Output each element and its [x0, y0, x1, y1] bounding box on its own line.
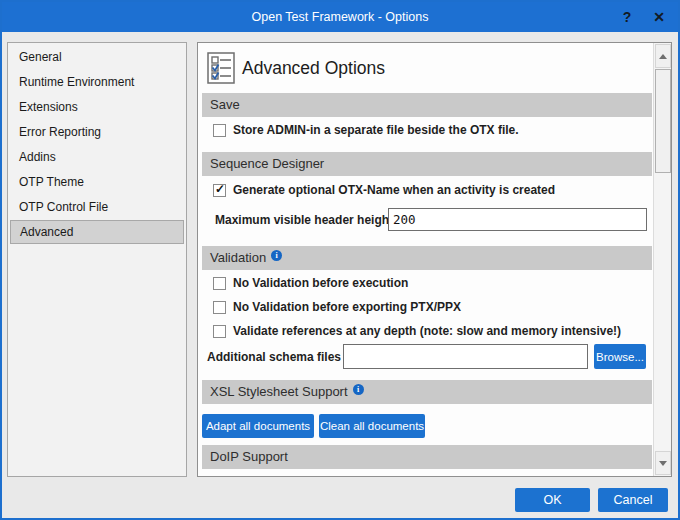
ok-button[interactable]: OK — [515, 488, 590, 512]
page-title: Advanced Options — [242, 58, 385, 79]
page-header: Advanced Options — [207, 51, 385, 85]
additional-schema-label: Additional schema files — [207, 350, 341, 364]
section-header-validation: Validationi — [202, 246, 652, 270]
max-header-height-input[interactable] — [388, 208, 647, 231]
title-bar: Open Test Framework - Options ? ✕ — [2, 2, 678, 32]
generate-otx-name-row: Generate optional OTX-Name when an activ… — [213, 181, 555, 199]
scrollbar-thumb[interactable] — [655, 69, 671, 173]
sidebar-item-error-reporting[interactable]: Error Reporting — [8, 120, 186, 145]
sidebar-item-advanced[interactable]: Advanced — [10, 220, 184, 244]
clean-all-documents-button[interactable]: Clean all documents — [319, 414, 425, 438]
section-save-label: Save — [210, 97, 240, 112]
info-icon[interactable]: i — [353, 384, 364, 395]
cancel-button[interactable]: Cancel — [598, 488, 668, 512]
generate-otx-name-checkbox[interactable] — [213, 184, 226, 197]
additional-schema-row: Additional schema filesi — [207, 344, 360, 369]
no-validation-export-label: No Validation before exporting PTX/PPX — [233, 300, 461, 314]
max-header-height-label: Maximum visible header height: — [215, 213, 397, 227]
advanced-options-panel: Advanced Options Save Store ADMIN-in a s… — [197, 42, 672, 477]
titlebar-controls: ? ✕ — [618, 2, 668, 32]
adapt-all-documents-button[interactable]: Adapt all documents — [202, 414, 314, 438]
no-validation-execution-label: No Validation before execution — [233, 276, 408, 290]
category-sidebar: General Runtime Environment Extensions E… — [7, 42, 187, 477]
generate-otx-name-label: Generate optional OTX-Name when an activ… — [233, 183, 555, 197]
browse-button[interactable]: Browse... — [594, 344, 646, 369]
info-icon[interactable]: i — [271, 250, 282, 261]
section-header-xsl: XSL Stylesheet Supporti — [202, 380, 652, 404]
section-validation-label: Validation — [210, 250, 266, 265]
options-dialog: Open Test Framework - Options ? ✕ Genera… — [0, 0, 680, 520]
store-admin-row: Store ADMIN-in a separate file beside th… — [213, 121, 519, 139]
scroll-up-button[interactable] — [655, 44, 671, 68]
section-header-doip: DoIP Support — [202, 445, 652, 469]
sidebar-item-otp-theme[interactable]: OTP Theme — [8, 170, 186, 195]
sidebar-item-general[interactable]: General — [8, 45, 186, 70]
sidebar-item-addins[interactable]: Addins — [8, 145, 186, 170]
sidebar-item-extensions[interactable]: Extensions — [8, 95, 186, 120]
scroll-down-icon — [659, 461, 667, 466]
section-sequence-designer-label: Sequence Designer — [210, 156, 324, 171]
validate-references-label: Validate references at any depth (note: … — [233, 324, 621, 338]
no-validation-export-row: No Validation before exporting PTX/PPX — [213, 298, 461, 316]
help-icon[interactable]: ? — [618, 9, 636, 25]
additional-schema-input[interactable] — [343, 344, 588, 369]
store-admin-label: Store ADMIN-in a separate file beside th… — [233, 123, 519, 137]
no-validation-export-checkbox[interactable] — [213, 301, 226, 314]
scroll-down-button[interactable] — [655, 451, 671, 475]
no-validation-execution-row: No Validation before execution — [213, 274, 408, 292]
validate-references-checkbox[interactable] — [213, 325, 226, 338]
scroll-up-icon — [659, 54, 667, 59]
vertical-scrollbar[interactable] — [653, 43, 671, 476]
section-header-sequence-designer: Sequence Designer — [202, 152, 652, 176]
sidebar-item-runtime-environment[interactable]: Runtime Environment — [8, 70, 186, 95]
advanced-options-icon — [207, 52, 235, 84]
no-validation-execution-checkbox[interactable] — [213, 277, 226, 290]
max-header-height-row: Maximum visible header height: — [215, 208, 397, 231]
section-header-save: Save — [202, 93, 652, 117]
section-doip-label: DoIP Support — [210, 449, 288, 464]
validate-references-row: Validate references at any depth (note: … — [213, 322, 621, 340]
section-xsl-label: XSL Stylesheet Support — [210, 384, 348, 399]
window-title: Open Test Framework - Options — [252, 10, 429, 24]
sidebar-item-otp-control-file[interactable]: OTP Control File — [8, 195, 186, 220]
store-admin-checkbox[interactable] — [213, 124, 226, 137]
dialog-body: General Runtime Environment Extensions E… — [2, 32, 678, 518]
close-icon[interactable]: ✕ — [650, 9, 668, 25]
